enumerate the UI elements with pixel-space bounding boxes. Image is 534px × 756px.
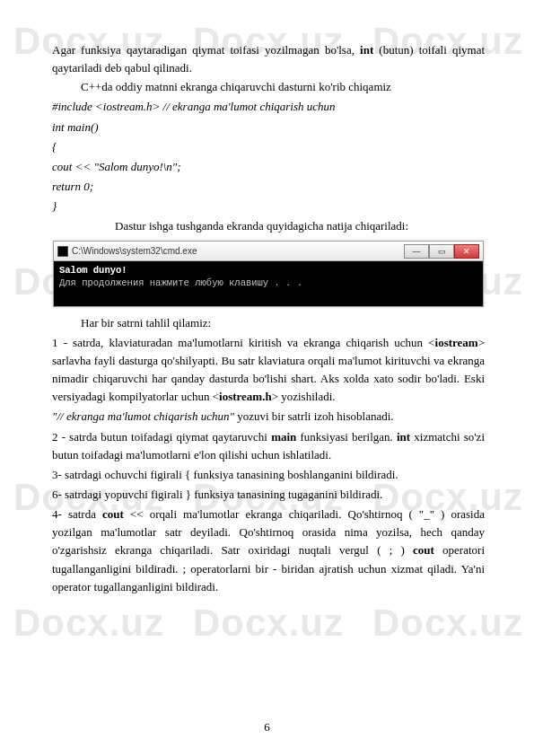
code-line: return 0;	[52, 178, 485, 196]
cmd-icon	[57, 246, 68, 257]
keyword-main: main	[271, 430, 296, 444]
maximize-button[interactable]: ▭	[429, 244, 454, 259]
paragraph: 3- satrdagi ochuvchi figirali { funksiya…	[52, 466, 485, 484]
comment-text: "// ekranga ma'lumot chiqarish uchun"	[52, 409, 234, 423]
code-line: #include <iostream.h> // ekranga ma'lumo…	[52, 98, 485, 116]
page-number: 6	[0, 720, 534, 734]
keyword-int: int	[360, 43, 373, 57]
keyword-cout: cout	[413, 543, 434, 557]
paragraph: 4- satrda cout << orqali ma'lumotlar ekr…	[52, 505, 485, 596]
paragraph: "// ekranga ma'lumot chiqarish uchun" yo…	[52, 408, 485, 426]
keyword-iostream-h: iostream.h	[219, 390, 272, 403]
keyword-int: int	[397, 430, 410, 444]
paragraph: Har bir satrni tahlil qilamiz:	[52, 314, 485, 332]
paragraph: 6- satrdagi yopuvchi figirali } funksiya…	[52, 486, 485, 504]
text: 1 - satrda, klaviaturadan ma'lumotlarni …	[52, 336, 435, 349]
paragraph: Agar funksiya qaytaradigan qiymat toifas…	[52, 41, 485, 77]
code-line: int main()	[52, 119, 485, 136]
console-titlebar: C:\Windows\system32\cmd.exe — ▭ ✕	[54, 242, 483, 261]
keyword-cout: cout	[102, 507, 124, 521]
text: > yozishiladi.	[272, 390, 336, 403]
close-button[interactable]: ✕	[454, 244, 479, 259]
text: funksiyasi berilgan.	[296, 430, 397, 444]
paragraph: 2 - satrda butun toifadagi qiymat qaytar…	[52, 428, 485, 464]
console-line: Для продолжения нажмите любую клавишу . …	[59, 277, 302, 288]
text: 2 - satrda butun toifadagi qiymat qaytar…	[52, 430, 271, 444]
console-title: C:\Windows\system32\cmd.exe	[72, 244, 197, 259]
minimize-button[interactable]: —	[404, 244, 429, 259]
keyword-iostream: iostream	[435, 336, 478, 349]
console-line: Salom dunyo!	[59, 265, 127, 276]
code-line: {	[52, 138, 485, 156]
paragraph: Dastur ishga tushganda ekranda quyidagic…	[52, 217, 485, 235]
text: 4- satrda	[52, 507, 102, 521]
console-window: C:\Windows\system32\cmd.exe — ▭ ✕ Salom …	[53, 241, 484, 306]
code-line: }	[52, 198, 485, 215]
window-buttons: — ▭ ✕	[404, 244, 479, 259]
page-content: Agar funksiya qaytaradigan qiymat toifas…	[0, 0, 534, 616]
code-line: cout << "Salom dunyo!\n";	[52, 158, 485, 176]
paragraph: 1 - satrda, klaviaturadan ma'lumotlarni …	[52, 334, 485, 407]
console-output: Salom dunyo! Для продолжения нажмите люб…	[54, 261, 483, 305]
text: Agar funksiya qaytaradigan qiymat toifas…	[52, 43, 360, 57]
text: yozuvi bir satrli izoh hisoblanadi.	[234, 409, 394, 423]
paragraph: C++da oddiy matnni ekranga chiqaruvchi d…	[52, 78, 485, 96]
